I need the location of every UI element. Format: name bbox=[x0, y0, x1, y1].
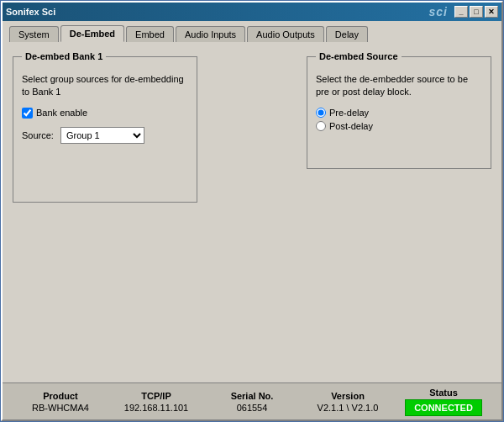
app-logo: sci bbox=[429, 5, 448, 18]
source-select[interactable]: Group 1 Group 2 Group 3 Group 4 bbox=[60, 127, 144, 144]
status-bar: Product RB-WHCMA4 TCP/IP 192.168.11.101 … bbox=[3, 382, 501, 419]
serial-label: Serial No. bbox=[231, 391, 274, 401]
status-badge: CONNECTED bbox=[405, 399, 482, 416]
tcpip-item: TCP/IP 192.168.11.101 bbox=[108, 391, 204, 413]
version-item: Version V2.1.1 \ V2.1.0 bbox=[300, 391, 396, 413]
window-title: Sonifex Sci bbox=[6, 7, 55, 17]
main-window: Sonifex Sci sci _ □ ✕ System De-Embed Em… bbox=[1, 1, 503, 421]
tab-delay[interactable]: Delay bbox=[326, 26, 368, 42]
tab-system[interactable]: System bbox=[9, 26, 59, 42]
version-label: Version bbox=[331, 391, 365, 401]
content-area: De-embed Bank 1 Select group sources for… bbox=[3, 41, 501, 382]
pre-delay-radio[interactable] bbox=[316, 108, 326, 118]
tcpip-value: 192.168.11.101 bbox=[124, 403, 188, 413]
bank-enable-label: Bank enable bbox=[36, 108, 87, 118]
source-row: Source: Group 1 Group 2 Group 3 Group 4 bbox=[22, 127, 188, 144]
title-bar-text: Sonifex Sci bbox=[6, 7, 55, 17]
title-right: sci _ □ ✕ bbox=[429, 5, 498, 18]
bank-panel-title: De-embed Bank 1 bbox=[22, 51, 106, 61]
pre-delay-row: Pre-delay bbox=[316, 108, 482, 118]
pre-delay-label: Pre-delay bbox=[329, 108, 369, 118]
product-value: RB-WHCMA4 bbox=[32, 403, 89, 413]
deembed-source-panel: De-embed Source Select the de-embedder s… bbox=[307, 51, 491, 169]
deembed-source-description: Select the de-embedder source to be pre … bbox=[316, 73, 482, 99]
tab-audio-inputs[interactable]: Audio Inputs bbox=[176, 26, 245, 42]
status-label-text: Status bbox=[429, 388, 458, 398]
product-item: Product RB-WHCMA4 bbox=[13, 391, 108, 413]
deembed-source-title: De-embed Source bbox=[316, 51, 402, 61]
version-value: V2.1.1 \ V2.1.0 bbox=[318, 403, 379, 413]
source-label: Source: bbox=[22, 130, 54, 140]
tab-bar: System De-Embed Embed Audio Inputs Audio… bbox=[3, 21, 501, 41]
post-delay-row: Post-delay bbox=[316, 121, 482, 131]
product-label: Product bbox=[43, 391, 78, 401]
tab-deembed[interactable]: De-Embed bbox=[60, 25, 124, 42]
title-controls: _ □ ✕ bbox=[454, 6, 498, 18]
serial-value: 061554 bbox=[237, 403, 268, 413]
bank-panel: De-embed Bank 1 Select group sources for… bbox=[13, 51, 197, 203]
maximize-button[interactable]: □ bbox=[470, 6, 483, 18]
serial-item: Serial No. 061554 bbox=[204, 391, 300, 413]
bank-panel-description: Select group sources for de-embedding to… bbox=[22, 73, 188, 99]
title-bar: Sonifex Sci sci _ □ ✕ bbox=[3, 3, 501, 21]
tab-embed[interactable]: Embed bbox=[126, 26, 174, 42]
post-delay-radio[interactable] bbox=[316, 121, 326, 131]
status-item: Status CONNECTED bbox=[396, 388, 491, 416]
bank-enable-checkbox[interactable] bbox=[22, 108, 33, 119]
minimize-button[interactable]: _ bbox=[454, 6, 468, 18]
post-delay-label: Post-delay bbox=[329, 121, 373, 131]
tab-audio-outputs[interactable]: Audio Outputs bbox=[247, 26, 324, 42]
radio-group: Pre-delay Post-delay bbox=[316, 108, 482, 131]
close-button[interactable]: ✕ bbox=[485, 6, 498, 18]
bank-enable-row: Bank enable bbox=[22, 108, 188, 119]
tcpip-label: TCP/IP bbox=[141, 391, 171, 401]
